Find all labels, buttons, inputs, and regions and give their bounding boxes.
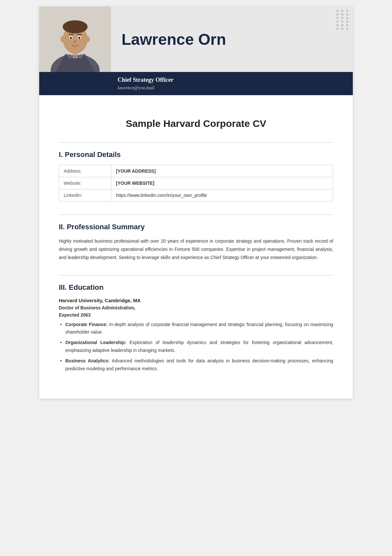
dot — [341, 13, 343, 15]
svg-rect-14 — [77, 34, 82, 35]
dot — [346, 10, 348, 12]
dot — [346, 21, 348, 23]
svg-rect-13 — [69, 34, 74, 35]
dot — [346, 28, 348, 30]
section-divider-1 — [59, 142, 333, 143]
dot — [341, 17, 343, 19]
section-personal: I. Personal Details Address: [YOUR ADDRE… — [59, 150, 333, 201]
svg-point-8 — [63, 20, 88, 33]
table-cell-label: LinkedIn: — [59, 189, 111, 201]
dot — [341, 10, 343, 12]
dots-decoration — [336, 10, 350, 30]
dot — [346, 13, 348, 15]
profile-photo — [39, 7, 111, 72]
person-name: Lawrence Orn — [122, 31, 226, 48]
dot — [336, 10, 338, 12]
section-title-education: III. Education — [59, 283, 333, 292]
course-name-2: Organizational Leadership: — [65, 340, 126, 345]
table-cell-value: [YOUR WEBSITE] — [111, 177, 333, 189]
content-area: Sample Harvard Corporate CV I. Personal … — [39, 95, 353, 399]
table-cell-label: Address: — [59, 165, 111, 177]
header-top: Lawrence Orn — [39, 7, 353, 72]
table-cell-label: Website: — [59, 177, 111, 189]
dot — [336, 17, 338, 19]
document-title: Sample Harvard Corporate CV — [59, 118, 333, 129]
edu-expected: Expected 2063 — [59, 312, 333, 318]
list-item: Corporate Finance: In-depth analysis of … — [59, 321, 333, 337]
person-silhouette — [39, 7, 111, 72]
dot — [336, 21, 338, 23]
table-row: LinkedIn: https://www.linkedin.com/in/yo… — [59, 189, 333, 201]
person-title: Chief Strategy Officer — [118, 77, 173, 83]
course-name-3: Business Analytics: — [65, 358, 110, 363]
header-name-area: Lawrence Orn — [111, 23, 353, 56]
table-row: Address: [YOUR ADDRESS] — [59, 165, 333, 177]
dot — [346, 17, 348, 19]
svg-point-16 — [60, 36, 65, 43]
list-item: Organizational Leadership: Exploration o… — [59, 339, 333, 355]
svg-point-15 — [74, 40, 76, 43]
svg-point-11 — [70, 37, 72, 39]
table-cell-value-linkedin: https://www.linkedin.com/in/your_own_pro… — [111, 189, 333, 201]
dot — [346, 24, 348, 26]
header-contact: Chief Strategy Officer lawrence@you.mail — [118, 77, 173, 91]
table-cell-value: [YOUR ADDRESS] — [111, 165, 333, 177]
section-divider-2 — [59, 215, 333, 215]
dot — [336, 13, 338, 15]
section-title-personal: I. Personal Details — [59, 150, 333, 159]
section-education: III. Education Harvard University, Cambr… — [59, 283, 333, 373]
edu-courses-list: Corporate Finance: In-depth analysis of … — [59, 321, 333, 373]
dot — [336, 24, 338, 26]
svg-point-12 — [78, 37, 80, 39]
table-row: Website: [YOUR WEBSITE] — [59, 177, 333, 189]
edu-institution: Harvard University, Cambridge, MA — [59, 298, 333, 303]
header-bottom: Chief Strategy Officer lawrence@you.mail — [39, 72, 353, 95]
section-summary: II. Professional Summary Highly motivate… — [59, 223, 333, 262]
page: Lawrence Orn Chief Strategy Officer lawr… — [39, 7, 353, 399]
dot — [341, 28, 343, 30]
dot — [341, 21, 343, 23]
person-email: lawrence@you.mail — [118, 85, 155, 90]
section-title-summary: II. Professional Summary — [59, 223, 333, 231]
dot — [336, 28, 338, 30]
dot — [341, 24, 343, 26]
edu-degree: Doctor of Business Administration, — [59, 305, 333, 310]
course-name-1: Corporate Finance: — [65, 322, 107, 327]
personal-details-table: Address: [YOUR ADDRESS] Website: [YOUR W… — [59, 165, 333, 201]
svg-point-17 — [85, 36, 90, 43]
list-item: Business Analytics: Advanced methodologi… — [59, 357, 333, 373]
section-divider-3 — [59, 275, 333, 275]
summary-text: Highly motivated business professional w… — [59, 237, 333, 262]
